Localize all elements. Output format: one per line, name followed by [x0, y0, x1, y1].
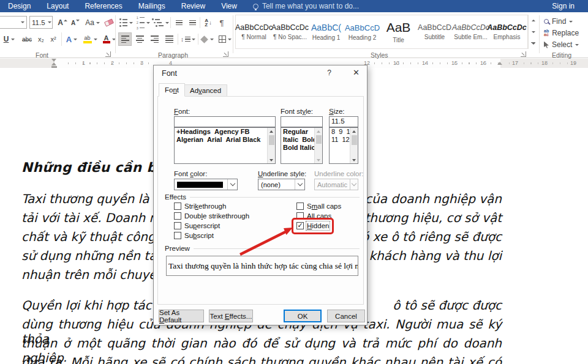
style-heading2[interactable]: AaBbCcD Heading 2 — [344, 15, 380, 48]
decrease-indent-button[interactable] — [173, 16, 185, 29]
change-case-button[interactable]: Aa — [85, 16, 100, 29]
first-line-indent-marker[interactable] — [51, 59, 56, 62]
show-marks-button[interactable]: ¶ — [216, 16, 227, 29]
font-style-list[interactable]: Regular Italic Bold Bold Italic — [281, 127, 323, 164]
strikethrough-button[interactable]: abc — [20, 32, 34, 46]
tab-review[interactable]: Review — [181, 2, 205, 10]
size-list[interactable]: 8 9 10 11 12 — [329, 127, 358, 164]
set-as-default-button[interactable]: Set As Default — [159, 310, 204, 322]
multilevel-list-button[interactable] — [153, 16, 168, 29]
align-right-icon — [151, 35, 159, 43]
borders-button[interactable] — [217, 32, 233, 46]
superscript-button[interactable]: x² — [48, 32, 59, 46]
font-style-item[interactable]: Bold Italic — [281, 144, 315, 151]
size-list-scrollbar[interactable] — [350, 128, 358, 163]
shading-button[interactable] — [200, 32, 216, 46]
sort-button[interactable]: AZ ↓ — [202, 16, 215, 29]
chevron-down-icon[interactable] — [295, 179, 304, 190]
shrink-font-button[interactable]: A — [70, 16, 81, 29]
text-effects-dialog-button[interactable]: Text Effects... — [209, 310, 253, 322]
style-heading1[interactable]: AaBbC( Heading 1 — [308, 15, 344, 48]
font-style-item[interactable]: Italic — [281, 136, 298, 143]
font-style-item[interactable]: Regular — [281, 128, 308, 135]
size-item[interactable]: 11 — [330, 136, 338, 143]
ok-button[interactable]: OK — [284, 310, 322, 322]
underline-button[interactable]: U — [1, 32, 17, 46]
size-item[interactable]: 12 — [340, 136, 349, 143]
font-size-combo[interactable]: 11.5 — [29, 16, 53, 29]
grow-font-button[interactable]: A — [56, 16, 69, 29]
tab-layout[interactable]: Layout — [47, 2, 69, 10]
size-input[interactable]: 11.5 — [329, 116, 358, 127]
font-list[interactable]: +Headings Agency FB Algerian Arial Arial… — [174, 127, 276, 164]
align-right-button[interactable] — [148, 32, 161, 46]
size-item[interactable]: 9 — [337, 128, 342, 135]
tab-view[interactable]: View — [221, 2, 237, 10]
styles-scroll-down[interactable] — [529, 26, 538, 38]
checkbox-small-caps[interactable]: Small caps — [296, 202, 341, 210]
underline-style-dropdown[interactable]: (none) — [258, 179, 305, 190]
right-indent-marker[interactable] — [497, 62, 502, 65]
font-list-item[interactable]: +Headings — [175, 128, 211, 135]
font-name-combo[interactable] — [0, 16, 27, 29]
checkbox-superscript[interactable]: Superscript — [174, 222, 220, 229]
dialog-tab-font[interactable]: Font — [159, 83, 185, 97]
increase-indent-button[interactable] — [186, 16, 198, 29]
help-icon[interactable]: ? — [327, 69, 331, 77]
font-list-item[interactable]: Arial — [205, 136, 222, 143]
font-dialog-launcher[interactable] — [105, 51, 111, 57]
font-style-scrollbar[interactable] — [314, 128, 322, 163]
tab-references[interactable]: References — [85, 2, 122, 10]
tab-design[interactable]: Design — [8, 2, 31, 10]
font-name-dropdown[interactable] — [18, 17, 26, 28]
clear-formatting-button[interactable] — [103, 16, 115, 29]
chevron-down-icon[interactable] — [227, 179, 237, 190]
font-name-input[interactable] — [174, 116, 276, 127]
dialog-tab-advanced[interactable]: Advanced — [184, 84, 227, 97]
font-list-item[interactable]: Agency FB — [213, 128, 249, 135]
ruler-number: 19 — [570, 60, 576, 66]
style-emphasis[interactable]: AaBbCcDc Emphasis — [489, 15, 525, 48]
style-subtitle[interactable]: AaBbCcD Subtitle — [417, 15, 453, 48]
numbering-button[interactable] — [136, 16, 151, 29]
checkbox-subscript[interactable]: Subscript — [174, 232, 214, 239]
size-item[interactable]: 8 — [330, 128, 335, 135]
align-left-button[interactable] — [118, 32, 132, 46]
select-button[interactable]: Select — [544, 38, 584, 51]
ruler-number: 16 — [480, 60, 486, 66]
styles-scroll-up[interactable] — [529, 15, 538, 26]
dialog-title-bar[interactable]: Font ? ✕ — [154, 65, 367, 81]
align-center-icon — [136, 35, 144, 43]
font-list-item[interactable]: Arial Black — [224, 136, 261, 143]
font-list-item[interactable]: Algerian — [175, 136, 203, 143]
tab-mailings[interactable]: Mailings — [138, 2, 165, 10]
close-icon[interactable]: ✕ — [353, 68, 360, 77]
cancel-button[interactable]: Cancel — [327, 310, 365, 322]
paragraph-dialog-launcher[interactable] — [223, 51, 228, 57]
font-size-dropdown[interactable] — [47, 17, 52, 28]
sign-in-button[interactable]: Sign in — [552, 0, 575, 12]
line-spacing-button[interactable]: ↕ — [179, 32, 197, 46]
styles-dialog-launcher[interactable] — [521, 51, 526, 57]
font-color-dropdown[interactable] — [174, 179, 238, 190]
style-no-spacing[interactable]: AaBbCcDc ¶ No Spac... — [272, 15, 308, 48]
text-effects-button[interactable]: A — [64, 32, 80, 46]
style-title[interactable]: AaB Title — [380, 15, 417, 48]
sort-icon: AZ — [205, 18, 208, 27]
styles-more-button[interactable] — [529, 37, 538, 49]
checkbox-strikethrough[interactable]: Strikethrough — [174, 202, 226, 210]
underline-color-label: Underline color: — [314, 170, 364, 177]
hanging-indent-marker[interactable] — [51, 62, 56, 65]
tell-me-box[interactable]: Tell me what you want to do... — [253, 2, 359, 10]
bullets-button[interactable] — [119, 16, 134, 29]
subscript-button[interactable]: x₂ — [36, 32, 47, 46]
font-list-scrollbar[interactable] — [267, 128, 275, 163]
justify-button[interactable] — [162, 32, 176, 46]
checkbox-double-strikethrough[interactable]: Double strikethrough — [174, 212, 249, 220]
highlight-button[interactable]: ab — [81, 32, 99, 46]
style-subtle-emphasis[interactable]: AaBbCcDc Subtle Em... — [453, 15, 489, 48]
color-swatch-black — [177, 182, 223, 188]
style-normal[interactable]: AaBbCcDc ¶ Normal — [236, 15, 272, 48]
align-center-button[interactable] — [133, 32, 146, 46]
font-style-input[interactable] — [281, 116, 323, 127]
